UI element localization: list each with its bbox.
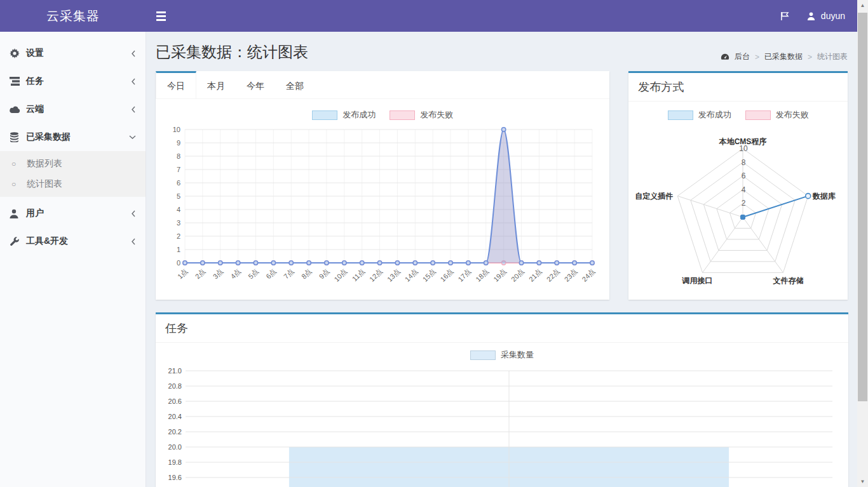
- svg-text:7点: 7点: [282, 267, 295, 281]
- sidebar-item-cloud[interactable]: 云端: [0, 95, 146, 123]
- svg-text:数据库: 数据库: [812, 192, 836, 201]
- legend-label: 发布成功: [342, 109, 376, 121]
- tab-this-month[interactable]: 本月: [196, 71, 236, 98]
- svg-text:21点: 21点: [527, 267, 543, 283]
- period-tabs: 今日 本月 今年 全部: [156, 71, 609, 99]
- flag-menu-button[interactable]: [780, 11, 790, 21]
- username-label: duyun: [821, 11, 845, 21]
- svg-text:20.8: 20.8: [168, 382, 182, 390]
- publish-method-radar-chart[interactable]: 246810本地CMS程序数据库文件存储调用接口自定义插件: [635, 123, 840, 293]
- sidebar-subitem-label: 数据列表: [27, 158, 62, 170]
- svg-text:14点: 14点: [403, 267, 419, 283]
- sidebar-item-label: 已采集数据: [26, 131, 129, 143]
- legend-item-fail[interactable]: 发布失败: [745, 109, 809, 121]
- svg-text:2点: 2点: [194, 267, 207, 281]
- svg-text:15点: 15点: [421, 267, 437, 283]
- sidebar-item-label: 用户: [26, 208, 131, 219]
- panel-title: 任务: [156, 314, 848, 343]
- task-collect-bar-chart[interactable]: 21.020.820.620.420.220.019.819.619.4: [165, 363, 839, 487]
- svg-text:19.6: 19.6: [168, 474, 182, 481]
- sidebar-subitem-data-list[interactable]: ○ 数据列表: [0, 154, 146, 174]
- svg-text:10点: 10点: [332, 267, 348, 283]
- sidebar-item-users[interactable]: 用户: [0, 199, 146, 227]
- svg-text:17点: 17点: [456, 267, 472, 283]
- legend-item-success[interactable]: 发布成功: [668, 109, 731, 121]
- svg-text:6: 6: [177, 179, 180, 187]
- sidebar-item-tasks[interactable]: 任务: [0, 67, 146, 95]
- svg-text:8: 8: [177, 152, 180, 160]
- chevron-left-icon: [131, 238, 136, 245]
- vertical-scrollbar[interactable]: ▲ ▼: [857, 0, 868, 487]
- user-menu-button[interactable]: duyun: [806, 11, 845, 21]
- top-navbar: 云采集器 duyun: [0, 0, 868, 32]
- app-brand[interactable]: 云采集器: [0, 0, 146, 32]
- tab-this-year[interactable]: 今年: [236, 71, 275, 98]
- legend-swatch-fail: [390, 110, 415, 120]
- breadcrumb-link[interactable]: 后台: [735, 51, 750, 62]
- svg-text:9点: 9点: [318, 267, 331, 281]
- svg-text:11点: 11点: [351, 267, 366, 283]
- svg-text:16点: 16点: [439, 267, 455, 283]
- sidebar-item-label: 云端: [26, 103, 131, 115]
- svg-text:3点: 3点: [212, 267, 225, 281]
- svg-text:4点: 4点: [229, 267, 242, 281]
- hamburger-icon: [156, 19, 166, 21]
- svg-text:2: 2: [742, 199, 746, 208]
- svg-text:文件存储: 文件存储: [773, 276, 804, 285]
- svg-text:20.4: 20.4: [168, 413, 182, 420]
- legend-item-success[interactable]: 发布成功: [312, 109, 376, 121]
- circle-icon: ○: [11, 180, 27, 189]
- collected-data-submenu: ○ 数据列表 ○ 统计图表: [0, 151, 146, 197]
- chevron-left-icon: [131, 50, 136, 57]
- svg-text:20.6: 20.6: [168, 397, 182, 405]
- sidebar-item-label: 设置: [26, 48, 131, 59]
- hourly-publish-area-chart[interactable]: 1点2点3点4点5点6点7点8点9点10点11点12点13点14点15点16点1…: [162, 123, 602, 293]
- legend-item-collect-count[interactable]: 采集数量: [470, 349, 534, 361]
- breadcrumb-link[interactable]: 已采集数据: [764, 51, 803, 62]
- tab-today[interactable]: 今日: [156, 71, 196, 98]
- svg-text:3: 3: [177, 219, 180, 227]
- scroll-up-arrow-icon[interactable]: ▲: [857, 0, 868, 11]
- svg-text:20.0: 20.0: [168, 443, 182, 451]
- scrollbar-thumb[interactable]: [858, 13, 867, 401]
- svg-text:19.8: 19.8: [168, 458, 182, 466]
- svg-text:19点: 19点: [492, 267, 508, 283]
- wrench-icon: [10, 237, 26, 246]
- legend-label: 发布成功: [698, 109, 731, 121]
- svg-text:调用接口: 调用接口: [682, 276, 713, 285]
- legend-label: 采集数量: [501, 349, 534, 361]
- svg-text:0: 0: [177, 259, 180, 267]
- sidebar-item-tools-dev[interactable]: 工具&开发: [0, 227, 146, 255]
- tasks-icon: [10, 77, 26, 86]
- sidebar-item-collected-data[interactable]: 已采集数据: [0, 123, 146, 151]
- publish-method-legend: 发布成功 发布失败: [635, 104, 841, 123]
- sidebar-item-label: 任务: [26, 76, 131, 87]
- svg-text:5: 5: [177, 192, 180, 200]
- publish-stats-panel: 今日 本月 今年 全部 发布成功 发布失败 1点2点3点4点5点6点7点8点9点…: [156, 71, 609, 300]
- sidebar-item-settings[interactable]: 设置: [0, 39, 146, 67]
- legend-swatch-success: [312, 110, 337, 120]
- main-content: 已采集数据：统计图表 后台 > 已采集数据 > 统计图表 今日 本月 今年 全部: [146, 32, 857, 487]
- svg-text:1: 1: [177, 246, 180, 253]
- legend-label: 发布失败: [776, 109, 809, 121]
- svg-text:1点: 1点: [176, 267, 189, 281]
- svg-text:22点: 22点: [545, 267, 561, 283]
- sidebar: 设置 任务 云端 已采集数据 ○ 数据列表: [0, 32, 146, 487]
- svg-text:6: 6: [742, 171, 746, 180]
- breadcrumb-separator: >: [755, 53, 759, 62]
- svg-text:8: 8: [742, 158, 746, 167]
- sidebar-toggle-button[interactable]: [146, 0, 175, 32]
- user-icon: [806, 11, 816, 21]
- scroll-down-arrow-icon[interactable]: ▼: [857, 476, 868, 487]
- legend-swatch-success: [668, 110, 693, 120]
- legend-label: 发布失败: [420, 109, 453, 121]
- legend-item-fail[interactable]: 发布失败: [390, 109, 453, 121]
- svg-text:5点: 5点: [247, 267, 260, 281]
- panel-title: 发布方式: [628, 73, 848, 102]
- sidebar-item-label: 工具&开发: [26, 236, 131, 247]
- sidebar-subitem-stats-charts[interactable]: ○ 统计图表: [0, 174, 146, 194]
- cloud-icon: [10, 105, 26, 113]
- svg-text:8点: 8点: [300, 267, 313, 281]
- svg-text:12点: 12点: [368, 267, 384, 283]
- tab-all[interactable]: 全部: [275, 71, 315, 98]
